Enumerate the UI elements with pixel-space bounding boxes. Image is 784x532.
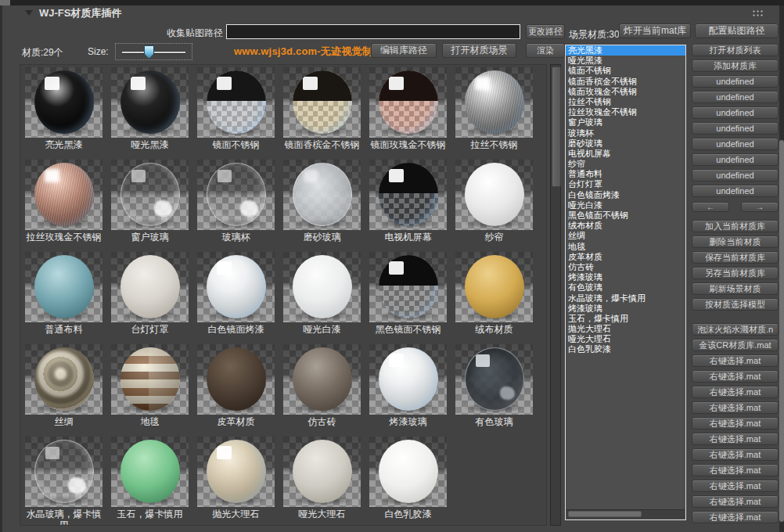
material-tile[interactable]: 白色镜面烤漆 [197,252,275,335]
material-preview[interactable] [25,67,102,138]
scene-material-item[interactable]: 磨砂玻璃 [566,138,685,149]
material-tile[interactable]: 玻璃杯 [197,160,275,243]
scene-material-item[interactable]: 白色乳胶漆 [566,344,685,354]
undefined-slot-button[interactable]: undefined [692,75,779,88]
material-preview[interactable] [197,160,275,230]
open-material-scene-button[interactable]: 打开材质场景 [442,43,516,58]
material-preview[interactable] [111,160,189,230]
material-tile[interactable]: 电视机屏幕 [369,160,447,243]
scene-material-item[interactable]: 纱帘 [566,159,685,169]
scene-material-item[interactable]: 玉石，爆卡慎用 [566,314,685,324]
foam-fire-water-mat-button[interactable]: 泡沫火焰水濺材质.n [692,323,779,336]
material-preview[interactable] [111,437,189,507]
material-preview[interactable] [369,344,447,415]
material-tile[interactable]: 普通布料 [25,252,102,335]
material-preview[interactable] [111,344,189,415]
change-path-button[interactable]: 更改路径 [526,24,565,39]
undefined-slot-button[interactable]: undefined [692,122,779,135]
scene-material-item[interactable]: 皮革材质 [566,252,685,262]
material-preview[interactable] [25,437,102,507]
material-tile[interactable]: 哑光黑漆 [111,67,189,150]
select-model-by-material-button[interactable]: 按材质选择模型 [692,298,779,311]
material-preview[interactable] [111,67,189,138]
right-click-select-mat-button[interactable]: 右键选择.mat [692,511,779,523]
material-preview[interactable] [369,252,447,322]
right-click-select-mat-button[interactable]: 右键选择.mat [692,464,779,476]
scene-material-item[interactable]: 绒布材质 [566,221,685,231]
undefined-slot-button[interactable]: undefined [692,106,779,119]
material-tile[interactable]: 拉丝不锈钢 [455,67,533,150]
material-tile[interactable]: 镜面香槟金不锈钢 [283,67,361,150]
right-click-select-mat-button[interactable]: 右键选择.mat [692,386,779,398]
undefined-slot-button[interactable]: undefined [692,91,779,103]
material-tile[interactable]: 烤漆玻璃 [369,344,447,427]
refresh-scene-materials-button[interactable]: 刷新场景材质 [692,282,779,295]
arrow-right-button[interactable]: → [741,202,779,212]
material-preview[interactable] [369,437,447,507]
list-horizontal-scrollbar[interactable] [566,509,685,519]
scene-material-item[interactable]: 镜面香槟金不锈钢 [566,77,685,87]
material-preview[interactable] [197,252,275,322]
material-tile[interactable]: 亮光黑漆 [25,67,102,150]
right-click-select-mat-button[interactable]: 右键选择.mat [692,495,779,508]
right-click-select-mat-button[interactable]: 右键选择.mat [692,433,779,445]
window-scrollbar[interactable] [779,5,784,532]
scene-material-item[interactable]: 拉丝不锈钢 [566,97,685,107]
material-preview[interactable] [369,67,447,138]
material-preview[interactable] [283,252,361,322]
material-tile[interactable]: 玉石，爆卡慎用 [111,437,189,526]
rollout-drag-handle-icon[interactable] [752,9,763,17]
material-tile[interactable]: 黑色镜面不锈钢 [369,252,447,335]
texture-path-input[interactable] [226,24,520,39]
material-preview[interactable] [197,437,275,507]
scene-material-item[interactable]: 窗户玻璃 [566,117,685,128]
right-click-select-mat-button[interactable]: 右键选择.mat [692,354,779,367]
material-preview[interactable] [455,252,533,322]
undefined-slot-button[interactable]: undefined [692,138,779,150]
material-tile[interactable]: 纱帘 [455,160,533,243]
delete-current-material-button[interactable]: 删除当前材质 [692,235,779,248]
material-tile[interactable]: 丝绸 [25,344,102,427]
right-click-select-mat-button[interactable]: 右键选择.mat [692,370,779,383]
material-preview[interactable] [283,437,361,507]
size-slider[interactable] [115,43,192,60]
material-preview[interactable] [25,252,102,322]
arrow-left-button[interactable]: ← [692,202,729,212]
scene-material-item[interactable]: 仿古砖 [566,262,685,272]
material-preview[interactable] [111,252,189,322]
material-tile[interactable]: 水晶玻璃，爆卡慎用 [25,437,102,526]
scene-material-item[interactable]: 电视机屏幕 [566,149,685,159]
material-preview[interactable] [197,344,275,415]
scene-material-item[interactable]: 黑色镜面不锈钢 [566,210,685,221]
size-slider-handle[interactable] [144,45,154,59]
grid-scrollbar-thumb[interactable] [552,66,561,187]
material-tile[interactable]: 哑光白漆 [283,252,361,335]
material-preview[interactable] [25,344,102,415]
scene-material-item[interactable]: 丝绸 [566,231,685,241]
scene-material-item[interactable]: 抛光大理石 [566,324,685,334]
material-tile[interactable]: 拉丝玫瑰金不锈钢 [25,160,102,243]
material-preview[interactable] [283,160,361,230]
material-preview[interactable] [283,344,361,415]
edit-lib-path-button[interactable]: 编辑库路径 [371,43,437,58]
list-hscroll-thumb[interactable] [568,511,642,517]
add-to-current-lib-button[interactable]: 加入当前材质库 [692,220,779,232]
scene-material-item[interactable]: 拉丝玫瑰金不锈钢 [566,107,685,117]
add-material-lib-button[interactable]: 添加材质库 [692,59,779,72]
material-preview[interactable] [25,160,102,230]
window-scrollbar-thumb[interactable] [779,140,784,522]
material-tile[interactable]: 镜面玫瑰金不锈钢 [369,67,447,150]
scene-material-item[interactable]: 哑光白漆 [566,200,685,210]
material-tile[interactable]: 哑光大理石 [283,437,361,526]
scene-material-item[interactable]: 白色镜面烤漆 [566,190,685,200]
material-tile[interactable]: 白色乳胶漆 [369,437,447,526]
right-click-select-mat-button[interactable]: 右键选择.mat [692,401,779,414]
material-tile[interactable]: 窗户玻璃 [111,160,189,243]
scene-material-item[interactable]: 水晶玻璃，爆卡慎用 [566,293,685,304]
open-material-list-button[interactable]: 打开材质列表 [692,44,779,56]
scene-material-item[interactable]: 烤漆玻璃 [566,272,685,282]
material-tile[interactable]: 皮革材质 [197,344,275,427]
material-preview[interactable] [369,160,447,230]
gold-cr-mat-lib-button[interactable]: 金该CR材质库.mat [692,339,779,351]
material-preview[interactable] [455,344,533,415]
